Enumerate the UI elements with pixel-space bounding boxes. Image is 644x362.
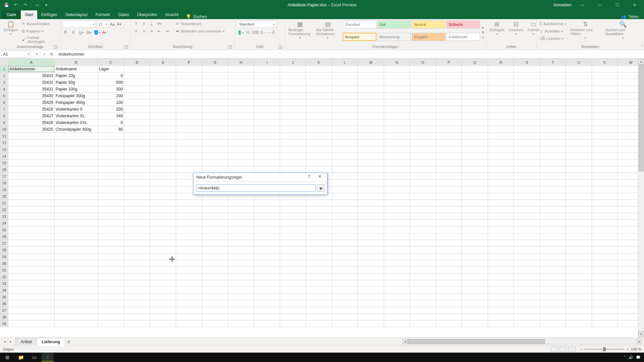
cell-L20[interactable] [332, 193, 358, 200]
cell-K9[interactable] [306, 119, 332, 126]
cell-Q14[interactable] [462, 153, 488, 160]
cell-C39[interactable] [98, 320, 124, 327]
cell-F24[interactable] [176, 220, 202, 227]
cell-I36[interactable] [254, 300, 280, 307]
cell-A16[interactable] [8, 166, 54, 173]
cell-C33[interactable] [98, 280, 124, 287]
cell-R26[interactable] [488, 233, 514, 240]
cell-H32[interactable] [228, 274, 254, 280]
cell-J29[interactable] [280, 253, 306, 260]
cell-H5[interactable] [228, 93, 254, 99]
cell-H15[interactable] [228, 160, 254, 166]
cell-R8[interactable] [488, 113, 514, 119]
cell-E22[interactable] [150, 206, 176, 213]
cell-U34[interactable] [566, 287, 592, 294]
cell-L22[interactable] [332, 206, 358, 213]
cell-V35[interactable] [592, 294, 618, 300]
alignment-dialog-launcher[interactable]: ↘ [228, 45, 232, 49]
percent-format-icon[interactable]: % [245, 29, 251, 36]
cell-C16[interactable] [98, 166, 124, 173]
cell-M20[interactable] [358, 193, 384, 200]
wrap-text-button[interactable]: ↩Textumbruch [175, 20, 225, 27]
cell-E16[interactable] [150, 166, 176, 173]
cell-C27[interactable] [98, 240, 124, 247]
row-header-36[interactable]: 36 [0, 300, 8, 307]
cell-R39[interactable] [488, 320, 514, 327]
cell-J32[interactable] [280, 274, 306, 280]
comma-format-icon[interactable]: 000 [252, 29, 259, 36]
cell-I13[interactable] [254, 146, 280, 153]
cell-M18[interactable] [358, 180, 384, 186]
cell-S5[interactable] [514, 93, 540, 99]
cell-F15[interactable] [176, 160, 202, 166]
cell-E28[interactable] [150, 247, 176, 253]
cell-L36[interactable] [332, 300, 358, 307]
cell-O19[interactable] [410, 186, 436, 193]
cell-E33[interactable] [150, 280, 176, 287]
cell-J35[interactable] [280, 294, 306, 300]
cell-S26[interactable] [514, 233, 540, 240]
cell-V34[interactable] [592, 287, 618, 294]
cell-C9[interactable]: 0 [98, 119, 124, 126]
cell-T34[interactable] [540, 287, 566, 294]
cell-M10[interactable] [358, 126, 384, 133]
cell-N8[interactable] [384, 113, 410, 119]
cell-R38[interactable] [488, 314, 514, 320]
cell-J16[interactable] [280, 166, 306, 173]
cell-U36[interactable] [566, 300, 592, 307]
rule-formula-input[interactable]: =Artikel!$A$1 [196, 184, 316, 192]
cell-G34[interactable] [202, 287, 228, 294]
cell-F21[interactable] [176, 200, 202, 206]
cell-N5[interactable] [384, 93, 410, 99]
cell-S23[interactable] [514, 213, 540, 220]
cell-V10[interactable] [592, 126, 618, 133]
cell-M9[interactable] [358, 119, 384, 126]
number-format-combo[interactable]: Standard▾ [237, 20, 277, 28]
cell-C35[interactable] [98, 294, 124, 300]
style-erklaerend[interactable]: Erklärender … [446, 33, 480, 41]
cell-C5[interactable]: 200 [98, 93, 124, 99]
cell-I1[interactable] [254, 66, 280, 72]
font-dialog-launcher[interactable]: ↘ [124, 45, 128, 49]
cell-H3[interactable] [228, 79, 254, 86]
cell-K1[interactable] [306, 66, 332, 72]
cell-M13[interactable] [358, 146, 384, 153]
cell-V15[interactable] [592, 160, 618, 166]
cell-O11[interactable] [410, 133, 436, 139]
cell-H29[interactable] [228, 253, 254, 260]
cell-E23[interactable] [150, 213, 176, 220]
cell-B33[interactable] [54, 280, 98, 287]
cell-U29[interactable] [566, 253, 592, 260]
cell-C24[interactable] [98, 220, 124, 227]
cell-Q38[interactable] [462, 314, 488, 320]
cell-A38[interactable] [8, 314, 54, 320]
cell-G36[interactable] [202, 300, 228, 307]
cell-K31[interactable] [306, 267, 332, 274]
cell-D13[interactable] [124, 146, 150, 153]
cell-C13[interactable] [98, 146, 124, 153]
cell-K15[interactable] [306, 160, 332, 166]
cell-T35[interactable] [540, 294, 566, 300]
cell-D29[interactable] [124, 253, 150, 260]
cell-V20[interactable] [592, 193, 618, 200]
cell-B16[interactable] [54, 166, 98, 173]
cell-T1[interactable] [540, 66, 566, 72]
cell-S8[interactable] [514, 113, 540, 119]
cell-P11[interactable] [436, 133, 462, 139]
col-header-U[interactable]: U [566, 59, 592, 66]
cell-C37[interactable] [98, 307, 124, 314]
cell-Q11[interactable] [462, 133, 488, 139]
cell-V1[interactable] [592, 66, 618, 72]
cell-R16[interactable] [488, 166, 514, 173]
touch-mode-icon[interactable]: ▭ [33, 1, 41, 9]
cell-U23[interactable] [566, 213, 592, 220]
cell-B27[interactable] [54, 240, 98, 247]
cell-J1[interactable] [280, 66, 306, 72]
cell-L7[interactable] [332, 106, 358, 113]
cell-O29[interactable] [410, 253, 436, 260]
cell-U5[interactable] [566, 93, 592, 99]
cell-M36[interactable] [358, 300, 384, 307]
col-header-K[interactable]: K [306, 59, 332, 66]
cell-C21[interactable] [98, 200, 124, 206]
cell-P35[interactable] [436, 294, 462, 300]
